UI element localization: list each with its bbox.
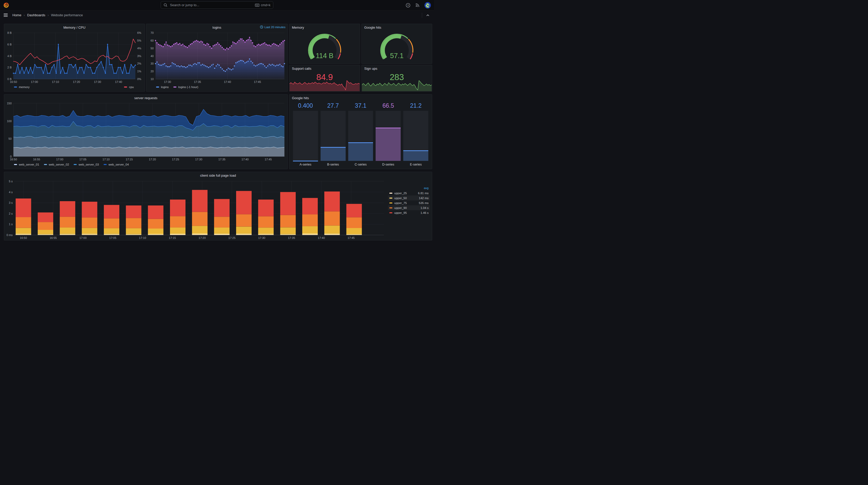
axis-tick-label: 17:45 [254, 80, 261, 84]
panel-client-load: client side full page load 0 ms1 s2 s3 s… [4, 172, 432, 240]
help-icon[interactable]: ? [406, 3, 410, 8]
gauge-value: 57.1 [390, 52, 404, 60]
svg-text:?: ? [407, 4, 409, 6]
axis-tick-label: 6% [137, 31, 141, 34]
bar-gauge-track [320, 111, 346, 161]
bar-gauge-cap [376, 128, 401, 128]
bar-segment-upper_90 [302, 214, 318, 226]
panel-title[interactable]: Memory [292, 26, 304, 29]
bar-segment-upper_90 [236, 214, 252, 227]
memory-gauge: 114 B [289, 31, 360, 64]
bar-segment-upper_95 [82, 202, 97, 218]
global-search[interactable]: cmd+k [161, 1, 273, 9]
legend-header-avg[interactable]: avg [388, 186, 430, 191]
panel-title[interactable]: client side full page load [200, 173, 236, 177]
bar-gauge-value: 27.7 [320, 102, 346, 109]
bar-segment-upper_95 [324, 192, 340, 212]
legend-item-logins[interactable]: logins [156, 86, 169, 89]
legend-item-memory[interactable]: memory [14, 86, 30, 89]
logins-plot: 1020304050607017:3017:3517:4017:45 [146, 31, 287, 84]
bar-segment-upper_75 [170, 228, 185, 233]
legend-item-web-server-01[interactable]: web_server_01 [14, 163, 39, 166]
legend-label: logins [161, 86, 169, 89]
legend-item-web-server-02[interactable]: web_server_02 [44, 163, 69, 166]
legend-item-web-server-03[interactable]: web_server_03 [74, 163, 99, 166]
legend-swatch [14, 164, 17, 165]
legend-item-web-server-04[interactable]: web_server_04 [103, 163, 129, 166]
panel-title[interactable]: Google hits [292, 96, 309, 100]
axis-tick-label: 0% [137, 77, 141, 80]
bar-segment-upper_90 [16, 217, 31, 228]
panel-time-range[interactable]: Last 20 minutes [260, 25, 285, 29]
legend-item-upper_90[interactable]: upper_901.04 s [388, 205, 430, 210]
bar-segment-upper_95 [104, 205, 119, 219]
legend-swatch [389, 202, 393, 203]
bar-segment-upper_90 [148, 219, 163, 229]
gauge-value: 114 B [316, 52, 334, 60]
legend-item-cpu[interactable]: cpu [124, 86, 134, 89]
bar-segment-upper_25 [16, 234, 31, 235]
divider [422, 13, 422, 18]
panel-title[interactable]: Google hits [364, 26, 381, 29]
panel-google-hits-bars: Google hits 0.400A-series27.7B-series37.… [289, 94, 432, 169]
google_hits_gauge-svg: 57.1 [362, 31, 432, 64]
bar-segment-upper_75 [236, 227, 252, 233]
panel-title[interactable]: Memory / CPU [63, 26, 85, 29]
axis-tick-label: 10 [151, 77, 154, 80]
rss-news-icon[interactable] [415, 3, 420, 7]
panel-server-requests: server requests 05010015016:5016:5517:00… [4, 94, 288, 169]
axis-tick-label: 2 B [7, 66, 11, 69]
bar-segment-upper_25 [302, 234, 318, 235]
bar-gauge-cap [348, 142, 373, 143]
client_load-plot: 0 ms1 s2 s3 s4 s5 s16:5016:5517:0017:051… [4, 179, 432, 240]
legend-label: upper_25 [394, 192, 416, 195]
avatar[interactable] [425, 2, 431, 8]
panel-title[interactable]: logins [213, 26, 221, 29]
bar-segment-upper_75 [126, 228, 141, 234]
bar-gauge-column-c-series: 37.1C-series [348, 102, 373, 167]
bar-segment-upper_90 [60, 217, 75, 228]
legend-item-logins-1-hour-[interactable]: logins (-1 hour) [173, 86, 198, 89]
axis-tick-label: 17:00 [79, 236, 87, 239]
bar-segment-upper_50 [170, 233, 185, 234]
panel-title[interactable]: Sign ups [364, 67, 377, 70]
panel-title[interactable]: Support calls [292, 67, 311, 70]
bar-gauge-label: C-series [348, 163, 373, 167]
logins-chart: 1020304050607017:3017:3517:4017:45 [146, 31, 287, 84]
axis-tick-label: 50 [8, 137, 11, 140]
legend-swatch [173, 87, 177, 88]
bar-segment-upper_50 [148, 234, 163, 234]
axis-tick-label: 17:10 [102, 158, 110, 161]
legend-item-upper_50[interactable]: upper_50142 ms [388, 195, 430, 200]
panel-title[interactable]: server requests [134, 96, 158, 100]
legend-item-upper_25[interactable]: upper_256.81 ms [388, 191, 430, 195]
bar-segment-upper_50 [126, 234, 141, 234]
breadcrumb-home[interactable]: Home [12, 13, 22, 17]
axis-tick-label: 3% [137, 55, 141, 58]
bar-segment-upper_90 [126, 218, 141, 228]
grafana-logo-icon[interactable] [3, 2, 9, 8]
legend-item-upper_95[interactable]: upper_951.46 s [388, 210, 430, 215]
bar-segment-upper_90 [214, 217, 230, 228]
bar-segment-upper_75 [214, 228, 230, 233]
panel-sign-ups: Sign ups 283 [362, 65, 432, 92]
axis-tick-label: 17:30 [258, 236, 265, 239]
bar-segment-upper_95 [236, 191, 252, 214]
bar-segment-upper_75 [104, 228, 119, 234]
axis-tick-label: 17:00 [31, 80, 38, 84]
bar-gauge-label: D-series [376, 163, 401, 167]
breadcrumb-dashboards[interactable]: Dashboards [27, 13, 45, 17]
collapse-chevron-up-icon[interactable] [426, 13, 430, 17]
bar-segment-upper_75 [258, 228, 274, 233]
legend-swatch [44, 164, 47, 165]
bar-gauge-track [376, 111, 401, 161]
menu-toggle-icon[interactable] [4, 13, 8, 17]
legend-item-upper_75[interactable]: upper_75535 ms [388, 200, 430, 205]
axis-tick-label: 17:40 [318, 236, 325, 239]
bar-segment-upper_90 [192, 212, 208, 226]
search-input[interactable] [169, 3, 253, 7]
axis-tick-label: 16:55 [33, 158, 40, 161]
axis-tick-label: 3 s [9, 201, 13, 204]
legend-label: web_server_02 [49, 163, 69, 166]
axis-tick-label: 17:45 [347, 236, 355, 239]
